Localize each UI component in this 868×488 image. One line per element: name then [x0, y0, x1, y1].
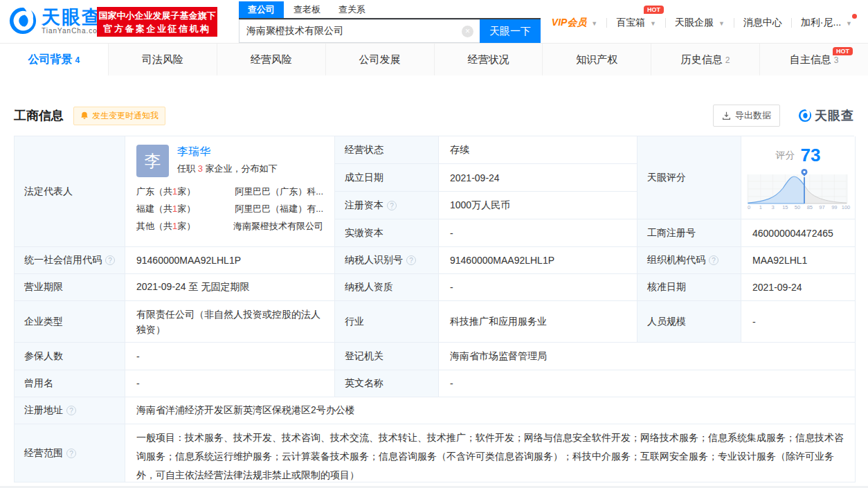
export-data-button[interactable]: 导出数据 — [713, 105, 780, 127]
chevron-down-icon: ▼ — [591, 20, 597, 27]
help-icon[interactable]: ? — [406, 255, 416, 265]
field-label-english-name: 英文名称 — [335, 370, 439, 397]
svg-text:85: 85 — [807, 204, 813, 210]
field-value-credit-code: 91460000MAA92LHL1P — [125, 247, 335, 274]
chevron-down-icon: ▼ — [650, 20, 656, 27]
chevron-down-icon: ▼ — [718, 20, 725, 27]
score-distribution-chart: 0 1 3 15 50 85 97 99 100 — [745, 168, 851, 210]
field-label-business-term: 营业期限 — [15, 274, 125, 301]
nav-user-account[interactable]: 加利·尼... ▼ — [792, 17, 861, 29]
field-value-staff-size: - — [741, 301, 856, 343]
nav-toolbox[interactable]: HOT 百宝箱 ▼ — [607, 17, 665, 29]
svg-text:0: 0 — [748, 204, 750, 210]
help-icon[interactable]: ? — [709, 255, 718, 265]
tab-intellectual-property[interactable]: 知识产权 — [542, 44, 651, 75]
field-value-paid-capital: - — [439, 219, 638, 247]
search-tab-relation[interactable]: 查关系 — [338, 1, 365, 18]
tianyancha-logo-icon — [798, 109, 812, 123]
tab-operation-risk[interactable]: 经营风险 — [217, 44, 325, 75]
tab-history-info[interactable]: 历史信息2 — [651, 44, 759, 75]
notify-on-change-button[interactable]: 发生变更时通知我 — [73, 107, 165, 125]
nav-vip-member[interactable]: VIP会员 ▼ — [543, 17, 606, 29]
legal-rep-name-link[interactable]: 李瑞华 — [177, 145, 277, 159]
search-input[interactable] — [239, 20, 480, 42]
field-value-company-type: 有限责任公司（非自然人投资或控股的法人独资） — [125, 301, 335, 343]
tab-judicial-risk[interactable]: 司法风险 — [108, 44, 217, 75]
svg-text:3: 3 — [771, 204, 774, 210]
field-label-taxpayer-id: 纳税人识别号? — [335, 247, 439, 274]
field-label-legal-rep: 法定代表人 — [15, 136, 125, 247]
tianyancha-logo[interactable]: 天眼查 TianYanCha.com — [8, 6, 104, 35]
company-link[interactable]: 阿里巴巴（福建）有... — [235, 200, 323, 217]
hot-badge: HOT — [644, 6, 664, 14]
page-title: 工商信息 — [14, 107, 64, 124]
field-value-english-name: - — [439, 370, 856, 397]
business-info-header: 工商信息 发生变更时通知我 导出数据 天眼查 — [14, 105, 854, 127]
legal-rep-cell: 李 李瑞华 任职 3 家企业，分布如下 广东（共1家） 阿里巴巴（广东）科...… — [125, 136, 335, 247]
field-value-industry: 科技推广和应用服务业 — [439, 301, 638, 343]
field-value-taxpayer-id: 91460000MAA92LHL1P — [439, 247, 638, 274]
search-tab-company[interactable]: 查公司 — [239, 1, 284, 18]
nav-enterprise-service[interactable]: 天眼企服 ▼ — [666, 17, 734, 29]
tab-company-background[interactable]: 公司背景4 — [0, 44, 108, 75]
field-label-taxpayer-quality: 纳税人资质 — [335, 274, 439, 301]
chevron-down-icon: ▼ — [846, 20, 852, 27]
svg-text:1: 1 — [759, 204, 762, 210]
field-label-reg-capital: 注册资本? — [335, 192, 439, 219]
field-value-reg-number: 460000004472465 — [741, 219, 856, 247]
field-label-former-name: 曾用名 — [15, 370, 125, 397]
svg-text:15: 15 — [782, 204, 788, 210]
field-label-reg-number: 工商注册号 — [638, 219, 741, 247]
list-item: 福建（共1家） 阿里巴巴（福建）有... — [136, 200, 323, 217]
company-link[interactable]: 海南聚橙技术有限公司 — [233, 217, 323, 235]
region-label: 广东（共1家） — [136, 183, 195, 200]
field-value-org-code: MAA92LHL1 — [741, 247, 856, 274]
business-info-table: 法定代表人 李 李瑞华 任职 3 家企业，分布如下 广东（共1家） 阿里巴巴（广… — [14, 136, 854, 482]
field-label-tyc-score: 天眼评分 — [638, 136, 741, 219]
government-certification-badge: 国家中小企业发展子基金旗下 官方备案企业征信机构 — [97, 7, 217, 37]
search-tab-boss[interactable]: 查老板 — [293, 1, 320, 18]
field-label-org-code: 组织机构代码? — [638, 247, 741, 274]
search-tabs: 查公司 查老板 查关系 — [239, 2, 541, 19]
nav-message-center[interactable]: 消息中心 — [734, 17, 791, 29]
field-label-business-scope: 经营范围? — [15, 424, 125, 482]
tab-company-development[interactable]: 公司发展 — [325, 44, 434, 75]
tianyancha-logo-icon — [8, 6, 37, 35]
notification-dot — [852, 14, 857, 19]
legal-rep-summary: 任职 3 家企业，分布如下 — [177, 163, 277, 175]
search-button[interactable]: 天眼一下 — [480, 19, 541, 43]
field-value-business-term: 2021-09-24 至 无固定期限 — [125, 274, 335, 301]
field-value-insured-count: - — [125, 343, 335, 370]
legal-rep-distribution: 广东（共1家） 阿里巴巴（广东）科... 福建（共1家） 阿里巴巴（福建）有..… — [136, 183, 323, 235]
help-icon[interactable]: ? — [66, 406, 76, 415]
help-icon[interactable]: ? — [105, 255, 115, 265]
field-label-credit-code: 统一社会信用代码? — [15, 247, 125, 274]
company-section-tabs: 公司背景4 司法风险 经营风险 公司发展 经营状况 知识产权 历史信息2 HOT… — [0, 43, 868, 75]
tyc-score-cell: 评分 73 — [741, 136, 856, 219]
tab-operation-status[interactable]: 经营状况 — [434, 44, 543, 75]
download-icon — [722, 111, 731, 120]
tab-self-published-info[interactable]: HOT 自主信息3 — [759, 44, 868, 75]
field-label-business-status: 经营状态 — [335, 136, 439, 164]
field-value-reg-capital: 1000万人民币 — [439, 192, 638, 219]
help-icon[interactable]: ? — [387, 201, 397, 210]
search-area: 查公司 查老板 查关系 × 天眼一下 — [239, 2, 541, 43]
field-label-reg-address: 注册地址? — [15, 397, 125, 424]
score-caption: 评分 — [776, 150, 795, 162]
avatar[interactable]: 李 — [136, 145, 169, 177]
field-value-business-scope: 一般项目：技术服务、技术开发、技术咨询、技术交流、技术转让、技术推广；软件开发；… — [125, 424, 856, 482]
score-value: 73 — [801, 145, 821, 166]
top-nav: VIP会员 ▼ HOT 百宝箱 ▼ 天眼企服 ▼ 消息中心 加利·尼... ▼ — [543, 17, 861, 29]
field-label-staff-size: 人员规模 — [638, 301, 741, 343]
company-link[interactable]: 阿里巴巴（广东）科... — [235, 183, 323, 200]
field-value-former-name: - — [125, 370, 335, 397]
help-icon[interactable]: ? — [66, 449, 76, 458]
field-label-establish-date: 成立日期 — [335, 164, 439, 192]
field-value-establish-date: 2021-09-24 — [439, 164, 638, 192]
list-item: 其他（共1家） 海南聚橙技术有限公司 — [136, 217, 323, 235]
field-value-reg-authority: 海南省市场监督管理局 — [439, 343, 856, 370]
clear-search-icon[interactable]: × — [462, 26, 473, 37]
field-value-taxpayer-quality: - — [439, 274, 638, 301]
svg-text:99: 99 — [831, 204, 837, 210]
hot-badge: HOT — [833, 47, 853, 55]
